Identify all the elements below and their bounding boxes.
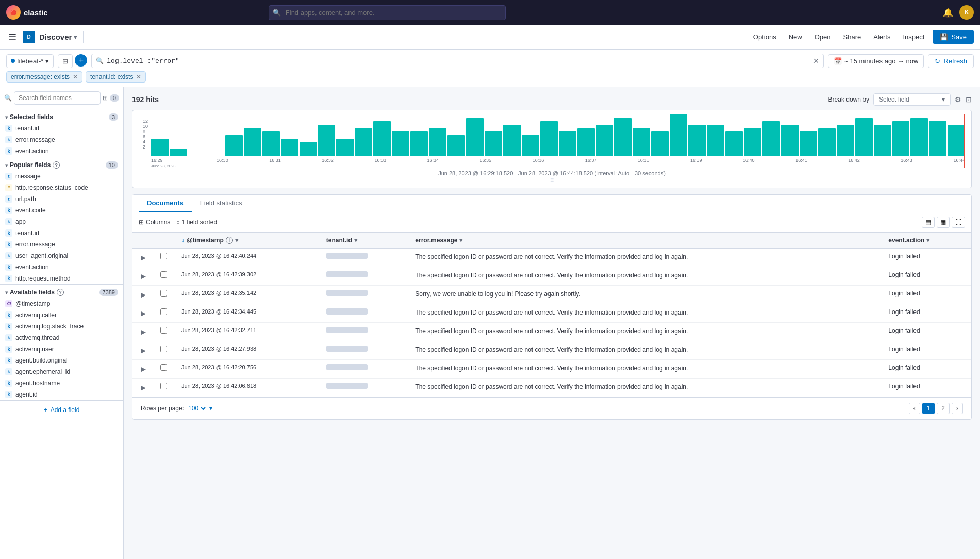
col-timestamp[interactable]: ↓ @timestamp i ▾ [175,233,320,249]
columns-button[interactable]: ⊞ Columns [139,219,170,226]
rows-per-page-select[interactable]: 100 25 50 [186,404,207,413]
available-fields-header[interactable]: ▾ Available fields ? 7389 [0,285,123,298]
query-clear-button[interactable]: ✕ [813,57,819,65]
col-event-action[interactable]: event.action ▾ [882,233,971,249]
next-page-button[interactable]: › [952,403,963,414]
single-column-view-button[interactable]: ▤ [922,217,935,228]
expand-row-button[interactable]: ▶ [139,346,148,355]
list-item[interactable]: k activemq.caller [0,309,123,321]
popular-help-icon[interactable]: ? [53,161,60,169]
full-screen-button[interactable]: ⛶ [952,217,965,228]
row-select-checkbox[interactable] [160,346,167,352]
list-item[interactable]: t url.path [0,193,123,205]
row-select-checkbox[interactable] [160,308,167,315]
field-type-icon: k [5,346,12,353]
list-item[interactable]: k activemq.thread [0,332,123,343]
settings-icon[interactable]: ⊡ [966,95,972,104]
list-item[interactable]: k agent.hostname [0,377,123,389]
table-toolbar: ⊞ Columns ↕ 1 field sorted ▤ ▦ ⛶ [132,212,971,233]
chart-bar [392,131,409,156]
list-item[interactable]: k tenant.id [0,123,123,134]
tab-field-statistics[interactable]: Field statistics [192,195,251,212]
open-button[interactable]: Open [810,31,835,43]
expand-row-button[interactable]: ▶ [139,271,148,281]
notifications-icon[interactable]: 🔔 [943,8,953,18]
add-filter-button[interactable]: + [75,54,87,67]
inspect-button[interactable]: Inspect [899,31,928,43]
row-select-checkbox[interactable] [160,383,167,389]
table-row: ▶ Jun 28, 2023 @ 16:42:06.618 The specif… [132,379,971,397]
list-item[interactable]: k agent.id [0,389,123,400]
expand-row-button[interactable]: ▶ [139,383,148,392]
time-range-picker[interactable]: 📅 ~ 15 minutes ago → now [828,54,924,68]
list-item[interactable]: k event.action [0,145,123,157]
index-pattern-selector[interactable]: filebeat-* ▾ [6,54,54,68]
list-item[interactable]: k event.action [0,261,123,273]
list-item[interactable]: k error.message [0,134,123,145]
alerts-button[interactable]: Alerts [869,31,894,43]
options-button[interactable]: Options [749,31,780,43]
list-item[interactable]: k activemq.log.stack_trace [0,321,123,332]
list-item[interactable]: k user_agent.original [0,250,123,261]
filter-tag-remove-error[interactable]: ✕ [73,73,78,80]
page-1-button[interactable]: 1 [922,403,935,414]
menu-button[interactable]: ☰ [6,29,19,45]
col-tenant-id[interactable]: tenant.id ▾ [320,233,409,249]
list-item[interactable]: ⏱ @timestamp [0,298,123,309]
gear-icon[interactable]: ⚙ [955,95,961,104]
list-item[interactable]: k activemq.user [0,343,123,355]
list-item[interactable]: k agent.ephemeral_id [0,366,123,377]
row-timestamp: Jun 28, 2023 @ 16:42:40.244 [175,249,320,267]
global-search-input[interactable] [269,5,506,20]
share-button[interactable]: Share [839,31,866,43]
save-button[interactable]: 💾 Save [933,30,974,44]
expand-row-button[interactable]: ▶ [139,290,148,300]
tab-documents[interactable]: Documents [139,195,192,212]
expand-row-button[interactable]: ▶ [139,253,148,262]
row-timestamp: Jun 28, 2023 @ 16:42:32.711 [175,323,320,341]
row-select-checkbox[interactable] [160,290,167,297]
list-item[interactable]: k app [0,216,123,227]
list-item[interactable]: k tenant.id [0,227,123,239]
row-select-checkbox[interactable] [160,364,167,371]
field-name: activemq.log.stack_trace [15,323,118,330]
chart-bar [707,125,724,156]
grid-view-button[interactable]: ▦ [937,217,950,228]
expand-row-button[interactable]: ▶ [139,364,148,374]
list-item[interactable]: k http.request.method [0,273,123,284]
row-event-action: Login failed [882,341,971,360]
filter-tag-remove-tenant[interactable]: ✕ [136,73,141,80]
chart-resize-handle[interactable]: ≡ [139,176,965,184]
available-help-icon[interactable]: ? [57,289,64,296]
discover-nav-button[interactable]: Discover ▾ [39,32,77,41]
expand-row-button[interactable]: ▶ [139,308,148,318]
columns-icon: ⊞ [139,219,144,226]
chart-bar [522,135,539,156]
new-button[interactable]: New [785,31,806,43]
user-avatar[interactable]: K [959,5,974,20]
columns-label: Columns [146,219,170,226]
selected-fields-header[interactable]: ▾ Selected fields 3 [0,109,123,123]
list-item[interactable]: t message [0,171,123,182]
row-select-checkbox[interactable] [160,327,167,334]
field-search-input[interactable] [14,91,101,105]
list-item[interactable]: k event.code [0,205,123,216]
expand-row-button[interactable]: ▶ [139,327,148,337]
field-type-icon: k [5,357,12,364]
page-2-button[interactable]: 2 [937,403,950,414]
filter-options-button[interactable]: ⊞ [58,54,73,68]
list-item[interactable]: k agent.build.original [0,355,123,366]
refresh-button[interactable]: ↻ Refresh [928,54,974,68]
row-tenant-id [320,249,409,267]
add-field-button[interactable]: + Add a field [0,401,123,419]
list-item[interactable]: k error.message [0,239,123,250]
table-row: ▶ Jun 28, 2023 @ 16:42:34.445 The specif… [132,304,971,323]
col-error-message[interactable]: error.message ▾ [409,233,882,249]
popular-fields-header[interactable]: ▾ Popular fields ? 10 [0,157,123,171]
breakdown-select[interactable]: Select field ▾ [873,93,951,106]
list-item[interactable]: # http.response.status_code [0,182,123,193]
row-tenant-id [320,341,409,360]
row-select-checkbox[interactable] [160,271,167,278]
prev-page-button[interactable]: ‹ [909,403,920,414]
row-select-checkbox[interactable] [160,253,167,259]
